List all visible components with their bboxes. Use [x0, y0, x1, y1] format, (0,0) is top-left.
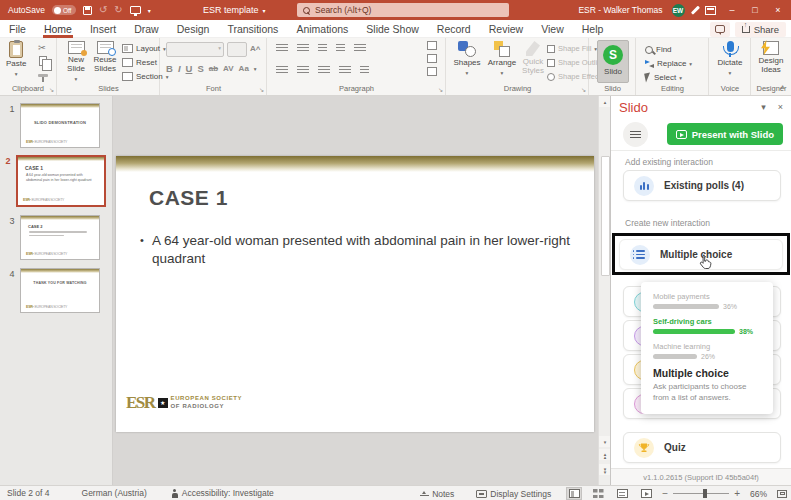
tab-review[interactable]: Review [480, 20, 532, 38]
notes-button[interactable]: Notes [413, 489, 461, 499]
thumbnail-slide-2[interactable]: 2 CASE 1 A 64 year-old woman presented w… [0, 155, 106, 207]
drawing-dialog-launcher-icon[interactable]: ↘ [581, 86, 586, 93]
text-direction-icon[interactable] [427, 41, 437, 50]
text-shadow-button[interactable]: S [197, 63, 203, 74]
slide-bullet-text[interactable]: A 64 year-old woman presented with abdom… [140, 232, 572, 268]
strikethrough-button[interactable]: ab [209, 64, 218, 73]
underline-button[interactable]: U [186, 63, 193, 74]
tab-view[interactable]: View [532, 20, 573, 38]
existing-polls-card[interactable]: Existing polls (4) [623, 170, 781, 201]
slide-sorter-view-button[interactable] [590, 487, 606, 500]
display-settings-button[interactable]: Display Settings [469, 489, 558, 499]
align-left-icon[interactable] [276, 66, 288, 74]
collapse-ribbon-button[interactable]: ˄ [780, 83, 785, 92]
tab-home[interactable]: Home [35, 20, 81, 38]
avatar[interactable]: EW [672, 4, 685, 17]
arrange-button[interactable]: Arrange▾ [485, 41, 519, 76]
scrollbar-thumb[interactable] [601, 156, 610, 276]
clipboard-dialog-launcher-icon[interactable]: ↘ [49, 86, 54, 93]
canvas-scrollbar[interactable]: ▴ ▾ ▴▴ ▾▾ [598, 96, 610, 485]
tab-help[interactable]: Help [573, 20, 613, 38]
quiz-card[interactable]: Quiz [623, 432, 781, 463]
comments-button[interactable] [710, 22, 730, 37]
design-ideas-button[interactable]: Design Ideas [756, 41, 786, 75]
justify-icon[interactable] [339, 66, 351, 74]
fit-to-window-icon[interactable] [777, 490, 787, 498]
cut-icon[interactable]: ✂ [38, 42, 46, 53]
quick-styles-button[interactable]: Quick Styles [520, 41, 546, 76]
reading-view-button[interactable] [614, 487, 630, 500]
tab-design[interactable]: Design [168, 20, 219, 38]
thumbnail-slide-3[interactable]: 3 CASE 2 ESR▪ EUROPEAN SOCIETY [4, 215, 100, 260]
paragraph-dialog-launcher-icon[interactable]: ↘ [438, 86, 443, 93]
dictate-button[interactable]: Dictate▾ [716, 41, 744, 76]
restore-button[interactable]: □ [748, 0, 762, 20]
smartart-icon[interactable] [427, 67, 437, 76]
tab-record[interactable]: Record [428, 20, 480, 38]
search-box[interactable] [297, 3, 509, 17]
close-button[interactable]: × [771, 0, 785, 20]
share-button[interactable]: Share [735, 22, 786, 37]
line-spacing-icon[interactable] [354, 44, 366, 52]
italic-button[interactable]: I [178, 63, 181, 74]
new-slide-button[interactable]: New Slide▾ [62, 41, 90, 82]
increase-indent-icon[interactable] [336, 44, 345, 52]
zoom-out-button[interactable]: − [662, 489, 668, 499]
zoom-in-button[interactable]: + [734, 489, 740, 499]
decrease-indent-icon[interactable] [318, 44, 327, 52]
ribbon-display-options-icon[interactable] [705, 6, 716, 15]
pen-icon[interactable] [690, 6, 699, 15]
reuse-slides-button[interactable]: Reuse Slides [90, 41, 120, 74]
start-presentation-icon[interactable] [130, 6, 141, 14]
tab-file[interactable]: File [0, 20, 35, 38]
format-painter-icon[interactable] [38, 74, 48, 77]
slide-title[interactable]: CASE 1 [149, 186, 228, 210]
bullets-icon[interactable] [276, 44, 288, 52]
slido-menu-button[interactable] [623, 122, 648, 147]
save-icon[interactable] [83, 6, 92, 15]
slide-editor[interactable]: CASE 1 A 64 year-old woman presented wit… [116, 156, 594, 432]
quick-access-customize-icon[interactable]: ▾ [148, 7, 151, 14]
grow-font-button[interactable]: A˄ [250, 44, 260, 53]
autosave-toggle[interactable]: Off [52, 5, 76, 15]
redo-icon[interactable]: ↻ [114, 5, 122, 15]
font-size-select[interactable] [227, 42, 247, 57]
find-button[interactable]: Find [645, 43, 672, 56]
language-button[interactable]: German (Austria) [75, 488, 154, 498]
slideshow-view-button[interactable] [638, 487, 654, 500]
font-name-select[interactable] [166, 42, 224, 57]
align-right-icon[interactable] [318, 66, 330, 74]
present-with-slido-button[interactable]: Present with Slido [667, 123, 783, 145]
slido-ribbon-button[interactable]: S Slido [597, 40, 629, 83]
tab-insert[interactable]: Insert [81, 20, 125, 38]
shapes-button[interactable]: Shapes▾ [451, 41, 483, 76]
normal-view-button[interactable] [566, 487, 582, 500]
select-button[interactable]: Select▾ [645, 71, 682, 84]
tab-slide-show[interactable]: Slide Show [357, 20, 428, 38]
zoom-level[interactable]: 66% [748, 489, 769, 499]
minimize-button[interactable]: – [725, 0, 739, 20]
zoom-slider-thumb[interactable] [703, 489, 707, 499]
thumbnail-slide-4[interactable]: 4 THANK YOU FOR WATCHING ESR▪ EUROPEAN S… [4, 268, 100, 313]
bold-button[interactable]: B [166, 63, 173, 74]
columns-icon[interactable] [360, 66, 369, 74]
pane-options-icon[interactable]: ▾ [761, 102, 766, 112]
replace-button[interactable]: Replace▾ [645, 57, 692, 70]
search-input[interactable] [315, 5, 485, 15]
pane-close-icon[interactable]: × [778, 102, 783, 112]
accessibility-button[interactable]: Accessibility: Investigate [164, 488, 281, 498]
paste-button[interactable]: Paste▾ [6, 41, 26, 77]
reset-button[interactable]: Reset [122, 56, 157, 69]
copy-icon[interactable] [39, 56, 47, 66]
account-name[interactable]: ESR - Walker Thomas [578, 5, 662, 15]
numbering-icon[interactable] [297, 44, 309, 52]
layout-button[interactable]: Layout▾ [122, 42, 166, 55]
font-dialog-launcher-icon[interactable]: ↘ [259, 86, 264, 93]
undo-icon[interactable]: ↺ [99, 5, 107, 15]
document-title[interactable]: ESR template ▾ [203, 0, 266, 20]
character-spacing-button[interactable]: AV [223, 64, 234, 73]
tab-transitions[interactable]: Transitions [218, 20, 287, 38]
thumbnail-slide-1[interactable]: 1 SLIDO DEMONSTRATION ESR▪ EUROPEAN SOCI… [4, 103, 100, 148]
change-case-button[interactable]: Aa [239, 64, 249, 73]
align-center-icon[interactable] [297, 66, 309, 74]
